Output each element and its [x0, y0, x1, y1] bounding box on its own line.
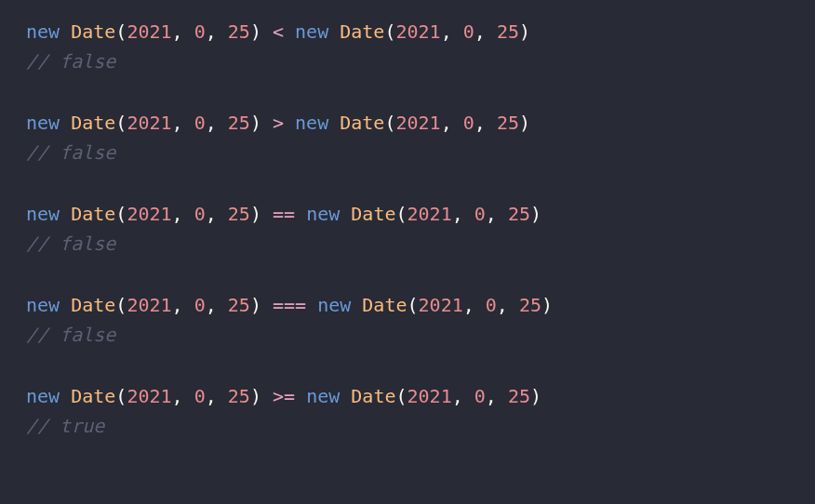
blank-line — [26, 259, 789, 290]
code-line: new Date(2021, 0, 25) >= new Date(2021, … — [26, 381, 789, 411]
number-literal: 2021 — [408, 385, 452, 407]
comma: , — [172, 294, 194, 316]
space — [60, 20, 71, 43]
paren-close: ) — [519, 112, 530, 134]
class-date: Date — [71, 294, 115, 316]
number-literal: 2021 — [127, 294, 171, 316]
paren-close: ) — [530, 385, 541, 407]
blank-line — [26, 350, 789, 381]
class-date: Date — [71, 203, 115, 225]
class-date: Date — [351, 385, 395, 407]
space — [60, 294, 71, 316]
number-literal: 2021 — [419, 294, 463, 316]
number-literal: 25 — [228, 294, 250, 316]
paren-close: ) — [250, 385, 261, 407]
comma: , — [486, 385, 508, 407]
paren-close: ) — [250, 112, 261, 134]
number-literal: 0 — [194, 385, 206, 407]
space — [284, 20, 295, 43]
class-date: Date — [340, 20, 384, 43]
number-literal: 25 — [228, 20, 250, 43]
comma: , — [206, 294, 228, 316]
space — [60, 112, 71, 134]
number-literal: 25 — [508, 203, 530, 225]
comment-line: // false — [26, 138, 789, 167]
comma: , — [486, 203, 508, 225]
comment-line: // false — [26, 320, 789, 350]
space — [284, 112, 295, 134]
comma: , — [441, 112, 463, 134]
class-date: Date — [71, 385, 115, 407]
paren-close: ) — [541, 294, 553, 316]
comma: , — [172, 112, 194, 134]
keyword-new: new — [295, 112, 328, 134]
space — [328, 20, 340, 43]
paren-open: ( — [115, 20, 127, 43]
comma: , — [497, 294, 519, 316]
space — [340, 385, 351, 407]
comma: , — [172, 203, 194, 225]
paren-open: ( — [408, 294, 419, 316]
comment: // false — [26, 232, 115, 255]
comma: , — [206, 385, 228, 407]
operator-lt: < — [273, 20, 284, 43]
paren-close: ) — [250, 294, 261, 316]
space — [295, 385, 306, 407]
number-literal: 25 — [497, 112, 519, 134]
number-literal: 25 — [508, 385, 530, 407]
paren-open: ( — [384, 20, 395, 43]
paren-open: ( — [384, 112, 395, 134]
keyword-new: new — [26, 203, 60, 225]
paren-close: ) — [530, 203, 541, 225]
comment: // false — [26, 50, 115, 73]
number-literal: 0 — [474, 203, 486, 225]
paren-open: ( — [115, 112, 127, 134]
paren-open: ( — [115, 385, 127, 407]
number-literal: 0 — [194, 294, 206, 316]
comma: , — [172, 385, 194, 407]
number-literal: 25 — [519, 294, 541, 316]
space — [261, 294, 273, 316]
number-literal: 0 — [194, 203, 206, 225]
space — [340, 203, 351, 225]
space — [261, 203, 273, 225]
paren-close: ) — [519, 20, 530, 43]
number-literal: 2021 — [127, 112, 171, 134]
comma: , — [172, 20, 194, 43]
comma: , — [474, 112, 497, 134]
comma: , — [474, 20, 497, 43]
class-date: Date — [351, 203, 395, 225]
class-date: Date — [71, 20, 115, 43]
number-literal: 0 — [463, 20, 474, 43]
number-literal: 2021 — [395, 112, 440, 134]
space — [261, 20, 273, 43]
space — [261, 112, 273, 134]
number-literal: 2021 — [408, 203, 452, 225]
paren-close: ) — [250, 20, 261, 43]
space — [306, 294, 317, 316]
number-literal: 25 — [497, 20, 519, 43]
keyword-new: new — [306, 385, 340, 407]
class-date: Date — [340, 112, 384, 134]
code-line: new Date(2021, 0, 25) == new Date(2021, … — [26, 199, 789, 229]
operator-eq: == — [273, 203, 295, 225]
keyword-new: new — [26, 294, 60, 316]
number-literal: 0 — [194, 20, 206, 43]
keyword-new: new — [26, 112, 60, 134]
keyword-new: new — [26, 20, 60, 43]
number-literal: 0 — [474, 385, 486, 407]
comma: , — [452, 203, 474, 225]
code-line: new Date(2021, 0, 25) === new Date(2021,… — [26, 290, 789, 320]
keyword-new: new — [26, 385, 60, 407]
code-block: new Date(2021, 0, 25) < new Date(2021, 0… — [0, 0, 815, 458]
number-literal: 0 — [463, 112, 474, 134]
comment-line: // false — [26, 229, 789, 259]
number-literal: 0 — [194, 112, 206, 134]
number-literal: 2021 — [127, 385, 171, 407]
class-date: Date — [71, 112, 115, 134]
number-literal: 25 — [228, 112, 250, 134]
keyword-new: new — [295, 20, 328, 43]
comment: // true — [26, 415, 104, 437]
space — [60, 203, 71, 225]
code-line: new Date(2021, 0, 25) > new Date(2021, 0… — [26, 108, 789, 138]
